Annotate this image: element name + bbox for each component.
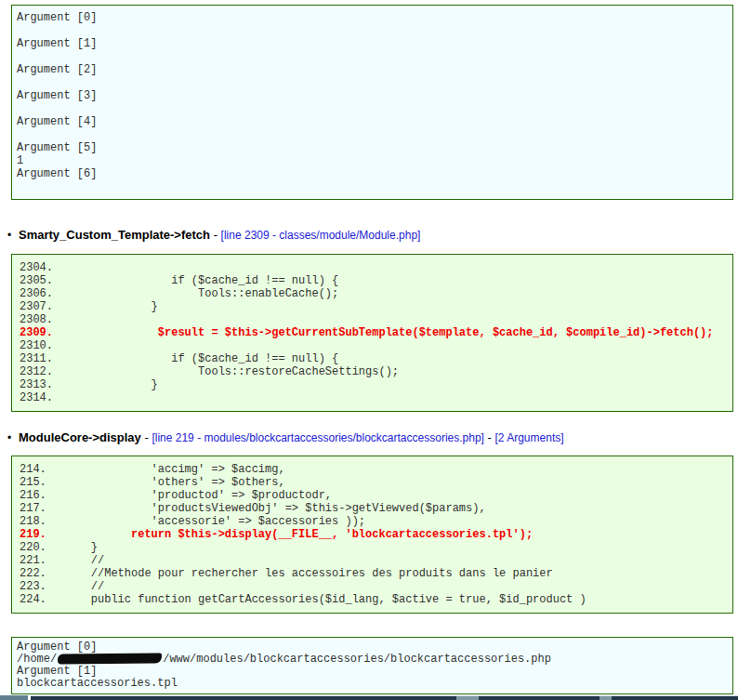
line-number: 2305. xyxy=(20,274,64,287)
argument-line: 1 xyxy=(17,154,728,167)
argument-path-line: /home//www/modules/blockcartaccessories/… xyxy=(17,654,728,666)
arguments-block-bottom: Argument [0] /home//www/modules/blockcar… xyxy=(11,637,733,694)
argument-line xyxy=(17,128,728,141)
code-line: 217. 'productsViewedObj' => $this->getVi… xyxy=(20,502,728,515)
code-text: 'others' => $others, xyxy=(64,476,285,489)
argument-line xyxy=(17,24,728,37)
code-text: } xyxy=(64,378,158,391)
code-line: 2307. } xyxy=(20,300,728,313)
trace-location-link[interactable]: [line 2309 - classes/module/Module.php] xyxy=(221,229,421,242)
line-number: 2314. xyxy=(20,391,64,404)
line-number: 2306. xyxy=(20,287,64,300)
line-number: 215. xyxy=(20,476,64,489)
cutoff-content-strip xyxy=(31,695,738,700)
code-text: return $this->display(__FILE__, 'blockca… xyxy=(64,528,533,541)
code-line: 2309. $result = $this->getCurrentSubTemp… xyxy=(20,326,728,339)
line-number: 2313. xyxy=(20,378,64,391)
cutoff-content-strip xyxy=(0,695,28,700)
code-line: 2306. Tools::enableCache(); xyxy=(20,287,728,300)
trace-location-link[interactable]: [line 219 - modules/blockcartaccessories… xyxy=(152,431,484,444)
line-number: 2307. xyxy=(20,300,64,313)
code-text: 'productod' => $productodr, xyxy=(64,489,332,502)
trace-function-name: Smarty_Custom_Template->fetch xyxy=(19,228,210,242)
line-number: 219. xyxy=(20,528,64,541)
code-text: $result = $this->getCurrentSubTemplate($… xyxy=(64,326,714,339)
code-line: 2313. } xyxy=(20,378,728,391)
code-text: // xyxy=(64,580,104,593)
code-text: 'accimg' => $accimg, xyxy=(64,463,285,476)
argument-line: Argument [0] xyxy=(17,11,728,24)
code-line: 216. 'productod' => $productodr, xyxy=(20,489,728,502)
argument-line: Argument [3] xyxy=(17,89,728,102)
code-text: } xyxy=(64,541,98,554)
redaction-mark xyxy=(58,654,162,665)
code-block-blockcartaccessories-php: 214. 'accimg' => $accimg,215. 'others' =… xyxy=(11,456,733,614)
code-line: 2311. if ($cache_id !== null) { xyxy=(20,352,728,365)
cutoff-content-strip xyxy=(456,696,479,700)
code-line: 215. 'others' => $others, xyxy=(20,476,728,489)
code-line: 220. } xyxy=(20,541,728,554)
line-number: 2312. xyxy=(20,365,64,378)
line-number: 218. xyxy=(20,515,64,528)
argument-line: Argument [1] xyxy=(17,37,728,50)
arguments-block-top: Argument [0]Argument [1]Argument [2]Argu… xyxy=(11,5,733,200)
path-prefix: /home/ xyxy=(17,653,57,666)
code-line: 2310. xyxy=(20,339,728,352)
code-text: Tools::enableCache(); xyxy=(64,287,338,300)
argument-line xyxy=(17,102,728,115)
path-suffix: /www/modules/blockcartaccessories/blockc… xyxy=(163,653,551,666)
argument-line: Argument [2] xyxy=(17,63,728,76)
line-number: 2309. xyxy=(20,326,64,339)
list-bullet-icon: • xyxy=(7,430,19,445)
code-text: Tools::restoreCacheSettings(); xyxy=(64,365,399,378)
code-text: 'productsViewedObj' => $this->getViewved… xyxy=(64,502,486,515)
list-bullet-icon: • xyxy=(7,228,19,243)
argument-value-line: blockcartaccessories.tpl xyxy=(17,678,728,690)
error-trace-page: Argument [0]Argument [1]Argument [2]Argu… xyxy=(0,0,738,700)
code-line: 223. // xyxy=(20,580,728,593)
trace-entry-display: •ModuleCore->display - [line 219 - modul… xyxy=(0,430,738,445)
line-number: 2304. xyxy=(20,261,64,274)
cutoff-content-strip xyxy=(600,696,612,700)
code-text: if ($cache_id !== null) { xyxy=(64,352,338,365)
code-text: //Methode pour rechercher les accessoire… xyxy=(64,567,553,580)
code-text: // xyxy=(64,554,104,567)
trace-arguments-link[interactable]: [2 Arguments] xyxy=(495,431,564,444)
trace-entry-fetch: •Smarty_Custom_Template->fetch - [line 2… xyxy=(0,228,738,243)
code-line: 2304. xyxy=(20,261,728,274)
argument-line xyxy=(17,180,728,193)
line-number: 2311. xyxy=(20,352,64,365)
code-line: 2314. xyxy=(20,391,728,404)
code-text: 'accessorie' => $accessories )); xyxy=(64,515,365,528)
line-number: 222. xyxy=(20,567,64,580)
trace-function-name: ModuleCore->display xyxy=(19,430,141,444)
line-number: 217. xyxy=(20,502,64,515)
code-line: 224. public function getCartAccessories(… xyxy=(20,593,728,606)
code-text: public function getCartAccessories($id_l… xyxy=(64,593,586,606)
line-number: 214. xyxy=(20,463,64,476)
code-text: if ($cache_id !== null) { xyxy=(64,274,338,287)
argument-line: Argument [6] xyxy=(17,167,728,180)
code-line: 221. // xyxy=(20,554,728,567)
code-line: 2305. if ($cache_id !== null) { xyxy=(20,274,728,287)
line-number: 224. xyxy=(20,593,64,606)
code-block-module-php: 2304.2305. if ($cache_id !== null) {2306… xyxy=(11,254,733,412)
line-number: 223. xyxy=(20,580,64,593)
code-line: 222. //Methode pour rechercher les acces… xyxy=(20,567,728,580)
code-line: 219. return $this->display(__FILE__, 'bl… xyxy=(20,528,728,541)
argument-line xyxy=(17,76,728,89)
code-line: 2312. Tools::restoreCacheSettings(); xyxy=(20,365,728,378)
code-text: } xyxy=(64,300,158,313)
line-number: 2308. xyxy=(20,313,64,326)
line-number: 220. xyxy=(20,541,64,554)
code-line: 218. 'accessorie' => $accessories )); xyxy=(20,515,728,528)
line-number: 2310. xyxy=(20,339,64,352)
argument-line: Argument [4] xyxy=(17,115,728,128)
line-number: 221. xyxy=(20,554,64,567)
argument-line: Argument [5] xyxy=(17,141,728,154)
argument-line xyxy=(17,50,728,63)
line-number: 216. xyxy=(20,489,64,502)
code-line: 2308. xyxy=(20,313,728,326)
code-line: 214. 'accimg' => $accimg, xyxy=(20,463,728,476)
